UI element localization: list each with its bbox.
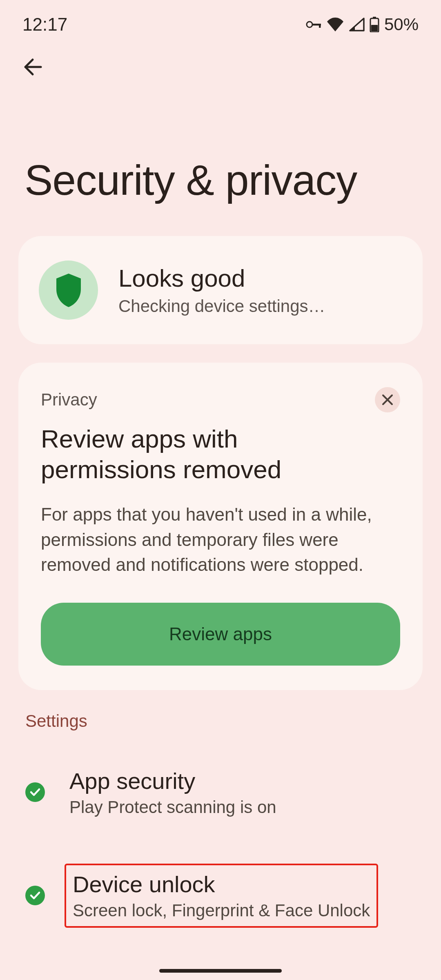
dismiss-button[interactable] bbox=[375, 387, 400, 412]
shield-icon bbox=[54, 273, 83, 308]
privacy-alert-card: Privacy Review apps with permissions rem… bbox=[18, 363, 423, 690]
status-title: Looks good bbox=[118, 264, 325, 292]
arrow-back-icon bbox=[22, 56, 43, 78]
checkmark-icon bbox=[29, 891, 41, 900]
page-title: Security & privacy bbox=[0, 87, 441, 228]
settings-item-title: Device unlock bbox=[73, 871, 370, 898]
settings-item-title: App security bbox=[69, 768, 276, 794]
settings-item-app-security[interactable]: App security Play Protect scanning is on bbox=[25, 755, 441, 829]
checkmark-icon bbox=[29, 788, 41, 797]
settings-item-text: App security Play Protect scanning is on bbox=[69, 768, 276, 817]
check-circle-icon bbox=[25, 782, 45, 802]
battery-percentage: 50% bbox=[384, 15, 419, 34]
navigation-handle[interactable] bbox=[159, 969, 282, 973]
highlight-annotation: Device unlock Screen lock, Fingerprint &… bbox=[65, 864, 378, 928]
cellular-signal-icon bbox=[349, 18, 365, 31]
settings-item-subtitle: Screen lock, Fingerprint & Face Unlock bbox=[73, 901, 370, 920]
settings-item-text: Device unlock Screen lock, Fingerprint &… bbox=[73, 871, 370, 920]
svg-point-0 bbox=[307, 22, 312, 27]
status-icons: 50% bbox=[306, 15, 419, 34]
status-text: Looks good Checking device settings… bbox=[118, 264, 325, 316]
settings-item-device-unlock[interactable]: Device unlock Screen lock, Fingerprint &… bbox=[25, 851, 441, 940]
battery-icon bbox=[370, 17, 379, 32]
status-subtitle: Checking device settings… bbox=[118, 296, 325, 316]
status-bar: 12:17 50% bbox=[0, 0, 441, 41]
settings-header: Settings bbox=[25, 711, 441, 731]
privacy-card-title: Review apps with permissions removed bbox=[41, 424, 400, 485]
check-circle-icon bbox=[25, 886, 45, 905]
vpn-key-icon bbox=[306, 20, 321, 29]
svg-rect-5 bbox=[371, 25, 378, 31]
toolbar bbox=[0, 41, 441, 87]
svg-rect-2 bbox=[319, 24, 321, 28]
review-apps-button[interactable]: Review apps bbox=[41, 603, 400, 666]
status-time: 12:17 bbox=[22, 14, 67, 35]
settings-section: Settings App security Play Protect scann… bbox=[0, 698, 441, 940]
privacy-card-header: Privacy bbox=[41, 387, 400, 412]
close-icon bbox=[381, 394, 394, 406]
settings-item-subtitle: Play Protect scanning is on bbox=[69, 797, 276, 817]
security-status-card[interactable]: Looks good Checking device settings… bbox=[18, 236, 423, 344]
privacy-label: Privacy bbox=[41, 390, 97, 410]
privacy-card-description: For apps that you haven't used in a whil… bbox=[41, 502, 400, 577]
back-button[interactable] bbox=[20, 55, 45, 79]
shield-icon-circle bbox=[39, 261, 98, 320]
wifi-icon bbox=[326, 18, 344, 31]
